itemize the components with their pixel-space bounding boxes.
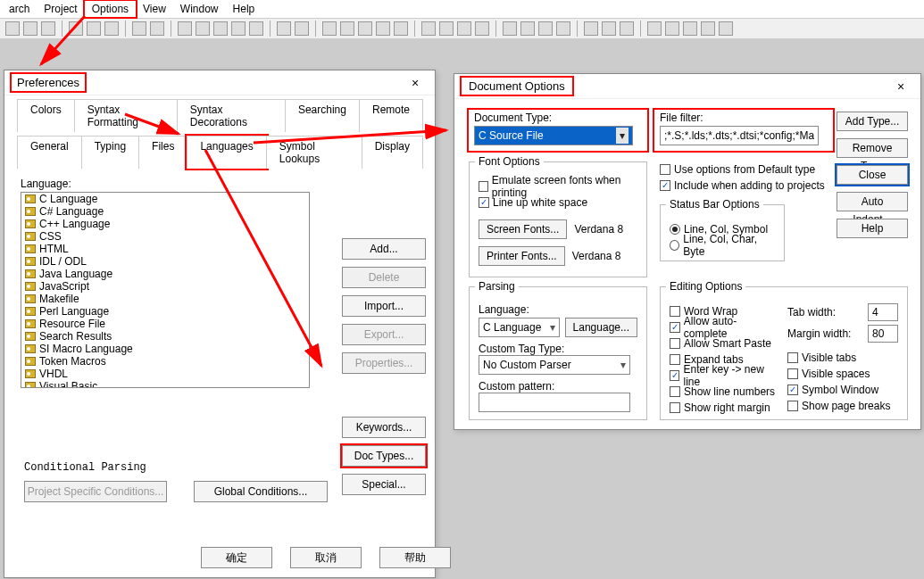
toolbar-icon[interactable] bbox=[538, 21, 553, 36]
toolbar-icon[interactable] bbox=[421, 21, 436, 36]
toolbar-icon[interactable] bbox=[277, 21, 291, 36]
toolbar-icon[interactable] bbox=[584, 21, 598, 36]
page-breaks-checkbox[interactable]: Show page breaks bbox=[787, 398, 898, 414]
ok-button[interactable]: 确定 bbox=[201, 547, 272, 568]
visible-spaces-checkbox[interactable]: Visible spaces bbox=[787, 366, 898, 382]
menu-help[interactable]: Help bbox=[226, 1, 262, 17]
margin-width-input[interactable] bbox=[868, 325, 898, 343]
toolbar-icon[interactable] bbox=[556, 21, 570, 36]
special-button[interactable]: Special... bbox=[342, 474, 426, 495]
visible-tabs-checkbox[interactable]: Visible tabs bbox=[787, 350, 898, 366]
tab-symbol-lookups[interactable]: Symbol Lookups bbox=[266, 136, 362, 169]
cancel-button[interactable]: 取消 bbox=[290, 547, 362, 568]
rightmargin-checkbox[interactable]: Show right margin bbox=[670, 400, 778, 416]
doc-help-button[interactable]: Help bbox=[837, 219, 908, 238]
toolbar-icon[interactable] bbox=[701, 21, 715, 36]
list-item[interactable]: C++ Language bbox=[21, 218, 309, 230]
list-item[interactable]: Visual Basic bbox=[21, 380, 309, 388]
properties-button[interactable]: Properties... bbox=[342, 352, 426, 374]
close-button[interactable]: Close bbox=[837, 165, 908, 185]
list-item[interactable]: CSS bbox=[21, 230, 309, 243]
tab-display[interactable]: Display bbox=[362, 136, 423, 169]
tab-general[interactable]: General bbox=[17, 136, 82, 169]
list-item[interactable]: Token Macros bbox=[21, 355, 309, 368]
import-button[interactable]: Import... bbox=[342, 295, 426, 317]
parse-language-button[interactable]: Language... bbox=[565, 318, 637, 337]
list-item[interactable]: HTML bbox=[21, 243, 309, 255]
toolbar-icon[interactable] bbox=[41, 21, 55, 36]
toolbar-icon[interactable] bbox=[150, 21, 164, 36]
list-item[interactable]: Search Results bbox=[21, 330, 309, 343]
enterkey-checkbox[interactable]: ✓Enter key -> new line bbox=[670, 368, 778, 384]
global-conditions-button[interactable]: Global Conditions... bbox=[194, 481, 328, 502]
tab-languages[interactable]: Languages bbox=[187, 136, 266, 169]
toolbar-icon[interactable] bbox=[376, 21, 390, 36]
status-radio-2[interactable]: Line, Col, Char, Byte bbox=[670, 237, 775, 253]
emulate-fonts-checkbox[interactable]: Emulate screen fonts when printing bbox=[479, 178, 637, 194]
toolbar-icon[interactable] bbox=[439, 21, 454, 36]
doctype-select[interactable]: C Source File ▾ bbox=[474, 126, 633, 145]
parse-language-select[interactable]: C Language bbox=[479, 318, 560, 337]
close-icon[interactable]: × bbox=[888, 79, 913, 94]
toolbar-icon[interactable] bbox=[475, 21, 489, 36]
toolbar-icon[interactable] bbox=[104, 21, 119, 36]
tab-syntax-decorations[interactable]: Syntax Decorations bbox=[177, 99, 286, 132]
language-list[interactable]: C LanguageC# LanguageC++ LanguageCSSHTML… bbox=[21, 192, 310, 388]
toolbar-icon[interactable] bbox=[340, 21, 354, 36]
tab-colors[interactable]: Colors bbox=[17, 99, 75, 132]
autocomplete-checkbox[interactable]: ✓Allow auto-complete bbox=[670, 319, 778, 335]
toolbar-icon[interactable] bbox=[520, 21, 535, 36]
list-item[interactable]: JavaScript bbox=[21, 280, 309, 293]
tab-typing[interactable]: Typing bbox=[81, 136, 139, 169]
file-filter-input[interactable]: ;*.S;*.lds;*.dts;*.dtsi;*config;*Makefil… bbox=[660, 126, 819, 145]
menu-project[interactable]: Project bbox=[37, 1, 84, 17]
doc-types-button[interactable]: Doc Types... bbox=[342, 445, 426, 467]
list-item[interactable]: Makefile bbox=[21, 293, 309, 305]
toolbar-icon[interactable] bbox=[358, 21, 372, 36]
toolbar-icon[interactable] bbox=[719, 21, 733, 36]
smartpaste-checkbox[interactable]: Allow Smart Paste bbox=[670, 335, 778, 352]
toolbar-icon[interactable] bbox=[132, 21, 146, 36]
help-button[interactable]: 帮助 bbox=[379, 547, 451, 568]
tab-remote[interactable]: Remote bbox=[359, 99, 423, 132]
toolbar-icon[interactable] bbox=[231, 21, 246, 36]
add-button[interactable]: Add... bbox=[342, 238, 426, 260]
toolbar-icon[interactable] bbox=[249, 21, 263, 36]
tab-width-input[interactable] bbox=[868, 303, 898, 321]
add-type-button[interactable]: Add Type... bbox=[837, 112, 908, 131]
toolbar-icon[interactable] bbox=[620, 21, 634, 36]
close-icon[interactable]: × bbox=[403, 76, 428, 90]
toolbar-icon[interactable] bbox=[196, 21, 210, 36]
list-item[interactable]: Java Language bbox=[21, 268, 309, 280]
toolbar-icon[interactable] bbox=[87, 21, 101, 36]
menu-view[interactable]: View bbox=[136, 1, 173, 17]
tab-syntax-formatting[interactable]: Syntax Formatting bbox=[74, 99, 178, 132]
linenumbers-checkbox[interactable]: Show line numbers bbox=[670, 384, 778, 400]
project-conditions-button[interactable]: Project Specific Conditions... bbox=[24, 481, 167, 502]
toolbar-icon[interactable] bbox=[5, 21, 20, 36]
auto-indent-button[interactable]: Auto Indent... bbox=[837, 192, 908, 211]
custom-pattern-input[interactable] bbox=[479, 393, 630, 412]
custom-tag-select[interactable]: No Custom Parser bbox=[479, 355, 630, 375]
screen-fonts-button[interactable]: Screen Fonts... bbox=[479, 219, 567, 239]
list-item[interactable]: C# Language bbox=[21, 205, 309, 218]
list-item[interactable]: C Language bbox=[21, 193, 309, 205]
toolbar-icon[interactable] bbox=[602, 21, 616, 36]
list-item[interactable]: VHDL bbox=[21, 368, 309, 380]
toolbar-icon[interactable] bbox=[295, 21, 309, 36]
toolbar-icon[interactable] bbox=[503, 21, 517, 36]
toolbar-icon[interactable] bbox=[457, 21, 471, 36]
list-item[interactable]: Perl Language bbox=[21, 305, 309, 318]
toolbar-icon[interactable] bbox=[23, 21, 37, 36]
toolbar-icon[interactable] bbox=[647, 21, 662, 36]
toolbar-icon[interactable] bbox=[178, 21, 192, 36]
include-adding-checkbox[interactable]: ✓Include when adding to projects bbox=[660, 178, 825, 194]
toolbar-icon[interactable] bbox=[394, 21, 408, 36]
list-item[interactable]: Resource File bbox=[21, 318, 309, 330]
menu-search[interactable]: arch bbox=[2, 1, 37, 17]
toolbar-icon[interactable] bbox=[69, 21, 83, 36]
toolbar-icon[interactable] bbox=[683, 21, 697, 36]
symbol-window-checkbox[interactable]: ✓Symbol Window bbox=[787, 382, 898, 398]
toolbar-icon[interactable] bbox=[665, 21, 679, 36]
delete-button[interactable]: Delete bbox=[342, 267, 426, 288]
